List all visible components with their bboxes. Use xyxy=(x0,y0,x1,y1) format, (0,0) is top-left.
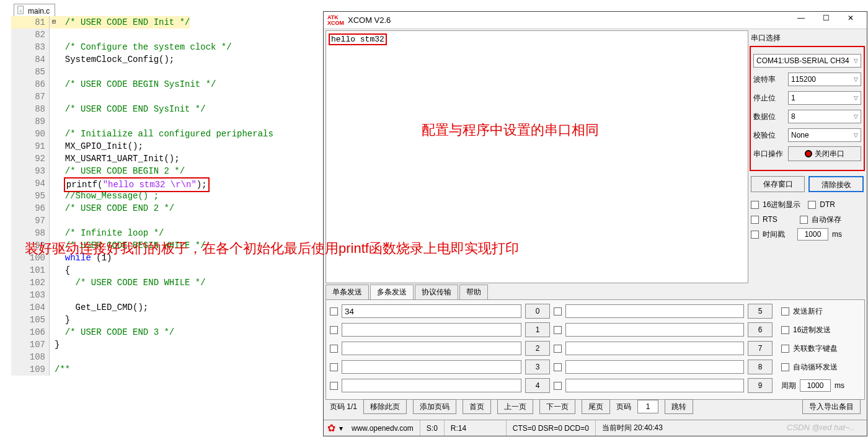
tab-0[interactable]: 单条发送 xyxy=(326,285,369,299)
close-button[interactable]: ✕ xyxy=(838,14,863,27)
status-url[interactable]: www.openedv.com xyxy=(345,420,420,436)
send-button-4[interactable]: 4 xyxy=(525,378,550,393)
autosave-checkbox[interactable] xyxy=(800,216,808,224)
tab-1[interactable]: 多条发送 xyxy=(370,285,414,299)
last-page-button[interactable]: 尾页 xyxy=(582,399,610,414)
import-export-button[interactable]: 导入导出条目 xyxy=(802,399,861,414)
rts-checkbox[interactable] xyxy=(751,216,759,224)
send-check-6[interactable] xyxy=(554,326,562,334)
send-input-3[interactable] xyxy=(342,360,521,374)
code-line[interactable]: 92 MX_USART1_UART_Init(); xyxy=(11,152,321,165)
baud-select[interactable]: 115200▽ xyxy=(788,73,861,86)
maximize-button[interactable]: ☐ xyxy=(813,14,838,27)
send-input-2[interactable] xyxy=(342,342,521,355)
code-line[interactable]: ⊟100 while (1) xyxy=(11,252,321,264)
code-line[interactable]: 91 MX_GPIO_Init(); xyxy=(11,140,321,152)
send-input-1[interactable] xyxy=(342,323,521,337)
tab-2[interactable]: 协议传输 xyxy=(415,285,458,299)
stop-select[interactable]: 1▽ xyxy=(788,91,861,105)
send-input-0[interactable] xyxy=(342,304,521,318)
next-page-button[interactable]: 下一页 xyxy=(539,399,575,414)
code-editor[interactable]: 81 /* USER CODE END Init */8283 /* Confi… xyxy=(11,16,321,400)
watermark: CSDN @red hat~.. xyxy=(787,423,854,432)
hex-display-checkbox[interactable] xyxy=(751,201,759,209)
send-button-3[interactable]: 3 xyxy=(525,360,550,374)
opt-check-2[interactable] xyxy=(781,345,789,353)
code-line[interactable]: 108 xyxy=(11,351,321,363)
code-line[interactable]: 90 /* Initialize all configured peripher… xyxy=(11,128,321,140)
code-line[interactable]: 105 } xyxy=(11,314,321,326)
add-page-button[interactable]: 添加页码 xyxy=(413,399,456,414)
page-number-input[interactable]: 1 xyxy=(637,400,658,413)
close-port-button[interactable]: 关闭串口 xyxy=(788,146,861,161)
code-line[interactable]: 103 xyxy=(11,289,321,301)
send-check-7[interactable] xyxy=(554,345,562,353)
clear-receive-button[interactable]: 清除接收 xyxy=(808,176,864,192)
multi-send-row: 27关联数字键盘 xyxy=(330,341,861,356)
send-button-8[interactable]: 8 xyxy=(748,360,773,374)
send-check-9[interactable] xyxy=(554,382,562,390)
send-check-0[interactable] xyxy=(330,307,338,316)
timestamp-ms-input[interactable]: 1000 xyxy=(797,228,828,241)
parity-select[interactable]: None▽ xyxy=(788,128,861,142)
code-line[interactable]: 94 printf("hello stm32 \r\n"); xyxy=(11,177,321,190)
send-button-1[interactable]: 1 xyxy=(525,322,550,337)
send-input-7[interactable] xyxy=(565,342,744,355)
send-check-5[interactable] xyxy=(554,307,562,316)
save-window-button[interactable]: 保存窗口 xyxy=(751,176,805,192)
opt-check-0[interactable] xyxy=(781,307,789,316)
code-line[interactable]: 93 /* USER CODE BEGIN 2 */ xyxy=(11,165,321,177)
code-line[interactable]: 107} xyxy=(11,338,321,351)
code-line[interactable]: 83 /* Configure the system clock */ xyxy=(11,41,321,53)
send-check-1[interactable] xyxy=(330,326,338,334)
code-line[interactable]: 84 SystemClock_Config(); xyxy=(11,53,321,66)
timestamp-checkbox[interactable] xyxy=(751,231,759,239)
send-input-8[interactable] xyxy=(565,360,744,374)
send-check-8[interactable] xyxy=(554,363,562,371)
opt-check-1[interactable] xyxy=(781,326,789,334)
send-input-4[interactable] xyxy=(342,379,521,392)
send-check-4[interactable] xyxy=(330,382,338,390)
dtr-checkbox[interactable] xyxy=(808,201,816,209)
code-line[interactable]: 89 xyxy=(11,115,321,128)
code-line[interactable]: 85 xyxy=(11,66,321,78)
tab-3[interactable]: 帮助 xyxy=(459,285,488,299)
code-line[interactable]: ⊞109/** xyxy=(11,363,321,376)
code-line[interactable]: 101 { xyxy=(11,264,321,276)
code-line[interactable]: 82 xyxy=(11,29,321,41)
send-input-6[interactable] xyxy=(565,323,744,337)
period-input[interactable]: 1000 xyxy=(800,379,831,392)
code-line[interactable]: 97 xyxy=(11,214,321,227)
gear-icon[interactable]: ✿ xyxy=(327,422,335,434)
code-line[interactable]: 99 /* USER CODE BEGIN WHILE */ xyxy=(11,239,321,252)
send-check-3[interactable] xyxy=(330,363,338,371)
send-button-9[interactable]: 9 xyxy=(748,378,773,393)
send-button-2[interactable]: 2 xyxy=(525,341,550,356)
first-page-button[interactable]: 首页 xyxy=(463,399,491,414)
send-input-9[interactable] xyxy=(565,379,744,392)
jump-button[interactable]: 跳转 xyxy=(665,399,693,414)
send-check-2[interactable] xyxy=(330,345,338,353)
send-button-0[interactable]: 0 xyxy=(525,304,550,319)
port-select[interactable]: COM41:USB-SERIAL CH34▽ xyxy=(753,54,861,68)
remove-page-button[interactable]: 移除此页 xyxy=(363,399,407,414)
stop-label: 停止位 xyxy=(753,93,788,104)
chevron-down-icon: ▽ xyxy=(854,58,858,64)
code-line[interactable]: 86 /* USER CODE BEGIN SysInit */ xyxy=(11,78,321,90)
code-line[interactable]: 98 /* Infinite loop */ xyxy=(11,227,321,239)
data-select[interactable]: 8▽ xyxy=(788,110,861,123)
minimize-button[interactable]: — xyxy=(789,14,813,27)
send-button-7[interactable]: 7 xyxy=(748,341,773,356)
opt-check-3[interactable] xyxy=(781,363,789,371)
code-line[interactable]: 96 /* USER CODE END 2 */ xyxy=(11,202,321,214)
code-line[interactable]: 102 /* USER CODE END WHILE */ xyxy=(11,276,321,289)
send-button-5[interactable]: 5 xyxy=(748,304,773,319)
code-line[interactable]: 88 /* USER CODE END SysInit */ xyxy=(11,103,321,115)
receive-textarea[interactable]: hello stm32 xyxy=(326,30,748,283)
send-input-5[interactable] xyxy=(565,304,744,318)
prev-page-button[interactable]: 上一页 xyxy=(497,399,533,414)
send-button-6[interactable]: 6 xyxy=(748,322,773,337)
code-line[interactable]: 87 xyxy=(11,90,321,103)
code-line[interactable]: 104 Get_LED_CMD(); xyxy=(11,301,321,314)
code-line[interactable]: 106 /* USER CODE END 3 */ xyxy=(11,326,321,338)
